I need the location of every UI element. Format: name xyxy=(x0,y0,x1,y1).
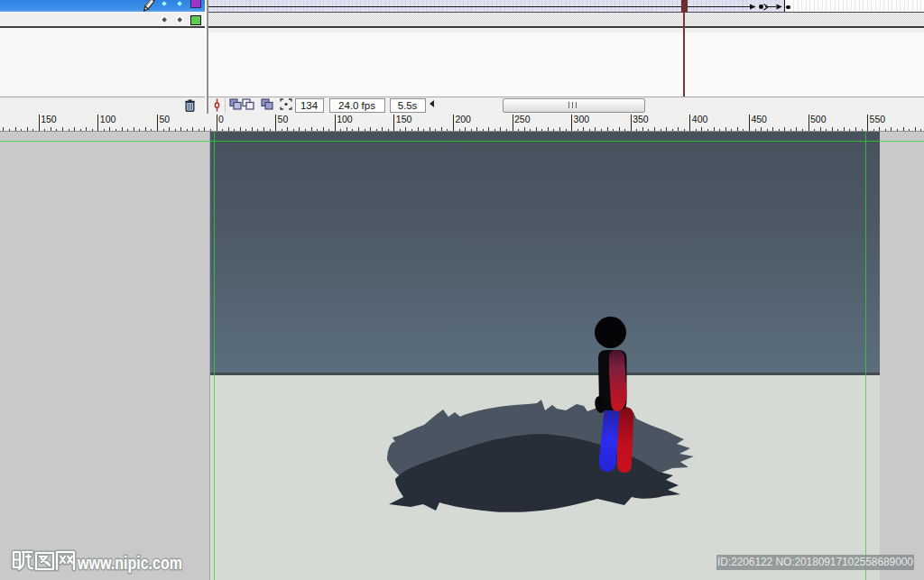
svg-text:www.nipic.com: www.nipic.com xyxy=(77,552,182,573)
